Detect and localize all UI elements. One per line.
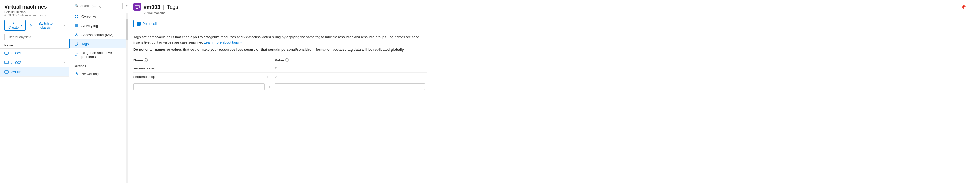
breadcrumb: Virtual machine bbox=[134, 11, 975, 15]
nav-search: 🔍 « bbox=[69, 0, 128, 12]
pin-button[interactable]: 📌 bbox=[959, 4, 967, 10]
person-icon bbox=[75, 33, 79, 37]
sidebar-item-activity-log-label: Activity log bbox=[81, 24, 98, 28]
svg-rect-10 bbox=[77, 15, 78, 16]
description-text: Tags are name/value pairs that enable yo… bbox=[134, 35, 427, 45]
nav-search-input[interactable] bbox=[73, 3, 123, 9]
tags-header-row: Name i Value i bbox=[134, 57, 427, 64]
vm-name: vm003 bbox=[11, 70, 21, 74]
svg-line-22 bbox=[76, 73, 78, 74]
page-title: Tags bbox=[167, 4, 178, 10]
nav-scroll-thumb bbox=[126, 19, 128, 40]
svg-point-16 bbox=[76, 33, 77, 35]
svg-rect-20 bbox=[77, 74, 78, 75]
tag-colon: : bbox=[267, 75, 275, 79]
sidebar-item-networking-label: Networking bbox=[81, 72, 99, 76]
main-content: vm003 | Tags 📌 ··· Virtual machine ✓ Del… bbox=[128, 0, 980, 183]
value-info-icon[interactable]: i bbox=[285, 58, 289, 62]
sidebar-header: Virtual machines Default Directory (OCAG… bbox=[0, 0, 69, 18]
nav-panel: 🔍 « Overview Activity log Access control… bbox=[69, 0, 128, 183]
col-name-header: Name i bbox=[134, 58, 267, 62]
sidebar-item-diagnose-label: Diagnose and solve problems bbox=[81, 51, 124, 59]
vm-name: vm001 bbox=[11, 51, 21, 55]
sidebar-item-overview[interactable]: Overview bbox=[69, 12, 128, 21]
main-toolbar: ✓ Delete all bbox=[128, 18, 980, 30]
vm-list: vm001 ··· vm002 ··· vm003 ··· bbox=[0, 49, 69, 183]
svg-rect-18 bbox=[75, 74, 76, 75]
chevron-down-icon: ▾ bbox=[21, 24, 23, 27]
wrench-icon bbox=[75, 53, 79, 57]
tags-table: Name i Value i sequencestart : 2 sequenc… bbox=[134, 57, 427, 92]
sidebar-item-iam-label: Access control (IAM) bbox=[81, 33, 113, 37]
svg-rect-11 bbox=[75, 17, 76, 18]
tag-colon: : bbox=[267, 66, 275, 70]
sidebar-title: Virtual machines bbox=[4, 4, 65, 10]
new-tag-colon: : bbox=[267, 85, 275, 89]
vm-header-icon bbox=[134, 3, 141, 11]
learn-more-link[interactable]: Learn more about tags bbox=[204, 40, 242, 45]
svg-rect-25 bbox=[136, 8, 138, 9]
tag-row: sequencestop : 2 bbox=[134, 73, 427, 81]
vm-icon bbox=[4, 70, 8, 74]
more-header-button[interactable]: ··· bbox=[969, 4, 975, 10]
sidebar-item-activity-log[interactable]: Activity log bbox=[69, 21, 128, 30]
switch-classic-button[interactable]: ↻ Switch to classic bbox=[27, 20, 59, 30]
tag-value: 2 bbox=[275, 66, 427, 70]
sidebar-item-diagnose[interactable]: Diagnose and solve problems bbox=[69, 48, 128, 61]
sidebar-item-networking[interactable]: Networking bbox=[69, 69, 128, 78]
vm-more-icon[interactable]: ··· bbox=[61, 60, 65, 65]
vm-item-active[interactable]: vm003 ··· bbox=[0, 67, 69, 77]
sidebar-toolbar: + Create ▾ ↻ Switch to classic ··· bbox=[0, 18, 69, 33]
create-label: + Create bbox=[7, 21, 20, 29]
new-tag-name-field bbox=[134, 83, 267, 90]
network-icon bbox=[75, 72, 79, 76]
vm-name: vm002 bbox=[11, 60, 21, 65]
delete-all-label: Delete all bbox=[142, 22, 157, 25]
tag-row: sequencestart : 2 bbox=[134, 64, 427, 73]
create-button[interactable]: + Create ▾ bbox=[4, 20, 25, 31]
sidebar: Virtual machines Default Directory (OCAG… bbox=[0, 0, 69, 183]
vm-header-title: vm003 bbox=[143, 4, 160, 10]
filter-input[interactable] bbox=[4, 34, 65, 40]
svg-rect-3 bbox=[5, 61, 8, 64]
column-header: Name ↑ bbox=[0, 43, 69, 49]
sidebar-filter bbox=[0, 33, 69, 43]
vm-item[interactable]: vm002 ··· bbox=[0, 58, 69, 67]
refresh-icon: ↻ bbox=[29, 24, 32, 27]
svg-point-17 bbox=[76, 43, 76, 43]
vm-icon bbox=[4, 51, 8, 55]
warning-text: Do not enter names or values that could … bbox=[134, 47, 975, 53]
vm-icon bbox=[4, 60, 8, 65]
sidebar-item-tags-label: Tags bbox=[81, 42, 89, 46]
tag-value-input[interactable] bbox=[275, 83, 425, 90]
name-info-icon[interactable]: i bbox=[144, 58, 148, 62]
switch-label: Switch to classic bbox=[33, 21, 57, 29]
vm-item[interactable]: vm001 ··· bbox=[0, 49, 69, 58]
sidebar-subtitle: Default Directory (OCAG027outlook.onmicr… bbox=[4, 10, 65, 17]
sort-icon[interactable]: ↑ bbox=[14, 43, 16, 47]
grid-icon bbox=[75, 14, 79, 19]
delete-all-button[interactable]: ✓ Delete all bbox=[134, 20, 160, 27]
new-tag-value-field bbox=[275, 83, 427, 90]
sidebar-item-tags[interactable]: Tags bbox=[69, 39, 128, 48]
col-name-label: Name bbox=[4, 43, 13, 47]
sidebar-item-iam[interactable]: Access control (IAM) bbox=[69, 30, 128, 39]
tag-icon bbox=[75, 42, 79, 46]
svg-line-21 bbox=[76, 73, 77, 74]
collapse-nav-button[interactable]: « bbox=[124, 3, 129, 8]
svg-rect-6 bbox=[5, 70, 8, 73]
nav-scrollbar[interactable] bbox=[126, 13, 128, 183]
more-options-button[interactable]: ··· bbox=[61, 23, 65, 28]
list-icon bbox=[75, 24, 79, 28]
sidebar-item-overview-label: Overview bbox=[81, 15, 96, 19]
svg-rect-23 bbox=[135, 5, 139, 8]
settings-section-label: Settings bbox=[69, 61, 128, 69]
tag-value: 2 bbox=[275, 75, 427, 79]
main-header: vm003 | Tags 📌 ··· Virtual machine bbox=[128, 0, 980, 18]
tag-name-input[interactable] bbox=[134, 83, 265, 90]
vm-more-icon[interactable]: ··· bbox=[61, 51, 65, 56]
search-icon: 🔍 bbox=[75, 4, 79, 8]
svg-rect-19 bbox=[76, 73, 77, 73]
vm-more-icon[interactable]: ··· bbox=[61, 70, 65, 74]
svg-rect-12 bbox=[77, 17, 78, 18]
